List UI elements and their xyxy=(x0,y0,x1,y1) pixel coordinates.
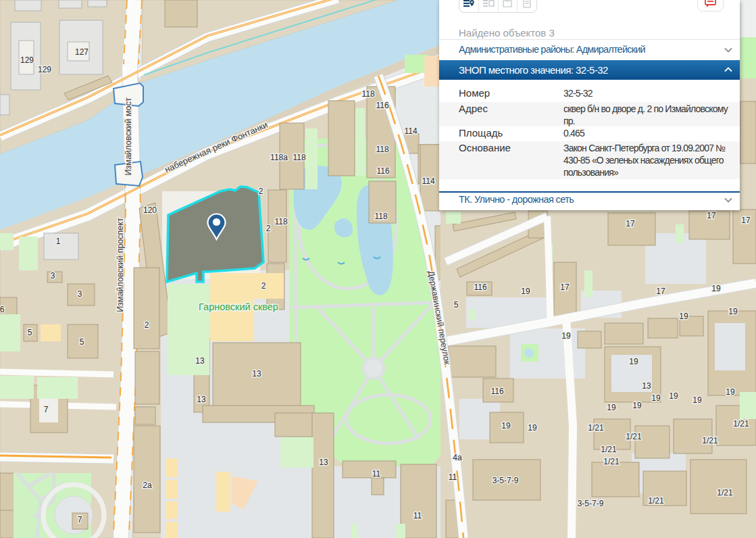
svg-text:114: 114 xyxy=(422,176,434,186)
svg-text:19: 19 xyxy=(521,287,530,296)
svg-text:11: 11 xyxy=(449,472,457,482)
svg-text:1/21: 1/21 xyxy=(702,436,718,445)
svg-text:17: 17 xyxy=(626,219,635,228)
svg-text:7: 7 xyxy=(44,405,49,414)
svg-text:1/21: 1/21 xyxy=(626,432,642,441)
svg-text:13: 13 xyxy=(197,395,206,404)
svg-text:13: 13 xyxy=(642,381,651,391)
svg-text:114: 114 xyxy=(404,126,417,136)
svg-text:4a: 4a xyxy=(453,453,462,462)
svg-text:118: 118 xyxy=(274,217,287,226)
svg-text:19: 19 xyxy=(651,393,661,403)
svg-text:19: 19 xyxy=(726,387,735,397)
svg-text:17: 17 xyxy=(560,283,570,292)
svg-text:19: 19 xyxy=(501,421,511,431)
svg-text:19: 19 xyxy=(632,401,642,410)
svg-text:3: 3 xyxy=(78,289,82,299)
svg-text:1/21: 1/21 xyxy=(648,496,664,506)
svg-text:118a: 118a xyxy=(270,153,288,162)
svg-text:19: 19 xyxy=(692,395,702,405)
svg-text:19: 19 xyxy=(629,357,638,366)
svg-text:1/21: 1/21 xyxy=(601,445,617,454)
svg-text:2a: 2a xyxy=(143,481,152,490)
svg-text:Гарновский сквер: Гарновский сквер xyxy=(199,301,278,312)
svg-text:11: 11 xyxy=(372,469,381,479)
svg-text:118: 118 xyxy=(361,89,374,99)
svg-text:116: 116 xyxy=(490,387,503,396)
svg-text:19: 19 xyxy=(679,312,688,321)
svg-text:2: 2 xyxy=(145,320,149,330)
svg-text:Измайловский мост: Измайловский мост xyxy=(124,97,133,175)
svg-text:1/21: 1/21 xyxy=(733,419,749,429)
svg-text:118: 118 xyxy=(293,153,305,162)
svg-text:2: 2 xyxy=(266,224,271,233)
svg-text:5: 5 xyxy=(454,300,459,310)
svg-text:129: 129 xyxy=(38,65,51,74)
svg-text:1/21: 1/21 xyxy=(588,423,604,433)
svg-text:1: 1 xyxy=(56,237,61,246)
svg-text:19: 19 xyxy=(561,331,571,341)
svg-text:1/21: 1/21 xyxy=(717,488,733,497)
svg-text:3-5-7-9: 3-5-7-9 xyxy=(493,476,519,485)
svg-text:11: 11 xyxy=(413,511,422,520)
svg-text:3-5-7-9: 3-5-7-9 xyxy=(578,499,604,508)
svg-text:116: 116 xyxy=(474,283,486,292)
svg-text:127: 127 xyxy=(75,47,89,57)
svg-text:116: 116 xyxy=(376,166,389,176)
svg-text:5: 5 xyxy=(28,328,32,337)
svg-text:19: 19 xyxy=(711,284,721,293)
svg-text:5: 5 xyxy=(80,337,84,347)
svg-text:129: 129 xyxy=(20,55,34,65)
svg-text:7: 7 xyxy=(78,515,82,524)
svg-text:116: 116 xyxy=(376,101,388,110)
svg-text:19: 19 xyxy=(669,391,678,401)
svg-text:118: 118 xyxy=(376,145,388,154)
svg-text:118: 118 xyxy=(374,212,387,221)
svg-text:120: 120 xyxy=(143,205,157,215)
svg-text:17: 17 xyxy=(741,216,751,225)
svg-text:13: 13 xyxy=(252,369,261,378)
svg-text:6: 6 xyxy=(0,305,5,314)
svg-text:17: 17 xyxy=(656,287,665,296)
svg-text:13: 13 xyxy=(319,458,328,467)
svg-text:19: 19 xyxy=(607,403,616,412)
svg-text:Измайловский проспект: Измайловский проспект xyxy=(116,218,125,312)
svg-text:19: 19 xyxy=(528,423,537,433)
svg-text:3: 3 xyxy=(51,271,55,280)
svg-text:2: 2 xyxy=(261,281,266,291)
svg-text:2: 2 xyxy=(259,187,263,196)
svg-text:19: 19 xyxy=(728,307,738,316)
svg-text:17: 17 xyxy=(707,211,716,220)
svg-text:13: 13 xyxy=(195,356,205,366)
svg-text:1/21: 1/21 xyxy=(603,457,620,466)
